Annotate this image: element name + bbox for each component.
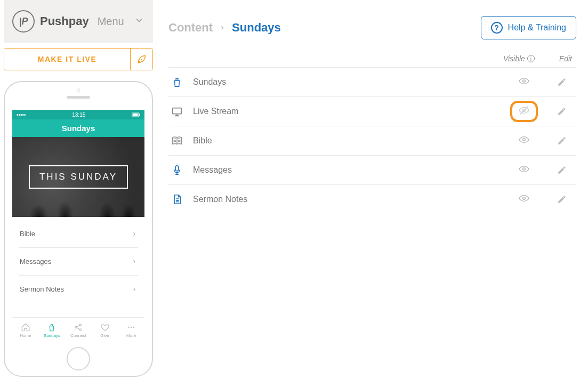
breadcrumb-current: Sundays [232, 21, 281, 35]
row-label: Sermon Notes [193, 195, 498, 204]
phone-tabbar: Home Sundays Connect Give More [12, 317, 144, 343]
dots-icon [126, 322, 136, 332]
brand-name: Pushpay [40, 14, 89, 28]
phone-title: Sundays [12, 119, 144, 137]
tab-label: Sundays [44, 333, 60, 338]
edit-button[interactable] [550, 195, 574, 204]
content-table: Sundays Live Stream Bible [168, 67, 576, 214]
row-label: Messages [193, 165, 498, 175]
brand-bar: |P Pushpay Menu [4, 0, 153, 43]
edit-button[interactable] [550, 136, 574, 146]
status-signal: ••••• [17, 112, 26, 118]
tab-label: Home [20, 333, 31, 338]
phone-list-item[interactable]: Messages [19, 248, 138, 276]
phone-home-button [67, 347, 90, 370]
svg-rect-1 [132, 113, 138, 116]
brand-logo-icon: |P [12, 10, 35, 33]
phone-tab-give[interactable]: Give [92, 318, 118, 343]
eye-icon [518, 163, 530, 177]
visibility-toggle[interactable] [508, 104, 540, 118]
highlight-ring [510, 101, 538, 122]
table-header: Visible i Edit [168, 54, 576, 67]
row-label: Sundays [193, 77, 498, 87]
table-row: Sundays [168, 67, 576, 96]
list-item-label: Sermon Notes [20, 285, 64, 293]
table-row: Sermon Notes [168, 184, 576, 214]
phone-tab-more[interactable]: More [118, 318, 144, 343]
phone-tab-home[interactable]: Home [12, 318, 39, 343]
table-row: Messages [168, 155, 576, 184]
chevron-right-icon [219, 25, 225, 31]
question-icon: ? [491, 22, 503, 34]
help-training-button[interactable]: ? Help & Training [481, 16, 576, 39]
phone-list-item[interactable]: Sermon Notes [19, 276, 138, 303]
podium-icon [171, 76, 183, 88]
info-icon[interactable]: i [527, 55, 535, 62]
edit-button[interactable] [550, 77, 574, 87]
phone-tab-sundays[interactable]: Sundays [39, 318, 66, 343]
status-time: 13:15 [72, 112, 85, 118]
list-item-label: Bible [20, 230, 35, 238]
visibility-toggle[interactable] [508, 192, 540, 206]
column-visible: Visible i [503, 54, 535, 63]
edit-button[interactable] [550, 165, 574, 175]
breadcrumb: Content Sundays [168, 21, 281, 35]
breadcrumb-parent[interactable]: Content [168, 21, 213, 35]
help-label: Help & Training [508, 23, 566, 33]
eye-icon [518, 134, 530, 148]
visibility-toggle[interactable] [508, 134, 540, 148]
chevron-right-icon [132, 259, 137, 264]
share-icon [74, 322, 83, 332]
edit-button[interactable] [550, 107, 574, 116]
phone-camera-icon [77, 88, 80, 92]
document-icon [171, 194, 183, 205]
tab-label: Connect [70, 333, 86, 338]
phone-list: Bible Messages Sermon Notes [12, 217, 144, 317]
menu-label[interactable]: Menu [98, 15, 124, 28]
chevron-down-icon[interactable] [134, 15, 144, 28]
chevron-right-icon [132, 287, 137, 292]
phone-hero: THIS SUNDAY [12, 137, 144, 217]
phone-preview: ••••• 13:15 Sundays THIS SUNDAY Bible Me… [4, 81, 153, 377]
svg-rect-2 [139, 114, 140, 116]
monitor-icon [171, 106, 183, 117]
phone-screen: ••••• 13:15 Sundays THIS SUNDAY Bible Me… [12, 110, 144, 343]
tab-label: Give [100, 333, 109, 338]
rocket-icon[interactable] [130, 49, 152, 70]
column-edit: Edit [559, 54, 572, 63]
heart-icon [100, 322, 110, 332]
home-icon [21, 322, 30, 332]
row-label: Live Stream [193, 107, 498, 116]
main-header: Content Sundays ? Help & Training [168, 0, 576, 54]
visibility-toggle[interactable] [508, 163, 540, 177]
make-it-live-group: MAKE IT LIVE [4, 48, 153, 70]
phone-hero-label: THIS SUNDAY [29, 165, 128, 189]
eye-icon [518, 192, 530, 206]
book-icon [171, 135, 183, 147]
phone-tab-connect[interactable]: Connect [65, 318, 92, 343]
tab-label: More [126, 333, 136, 338]
visibility-toggle[interactable] [508, 75, 540, 89]
phone-statusbar: ••••• 13:15 [12, 110, 144, 119]
status-battery-icon [132, 112, 140, 118]
mic-icon [171, 164, 183, 176]
phone-speaker-icon [67, 96, 90, 99]
podium-icon [47, 322, 57, 332]
eye-icon [518, 75, 530, 89]
phone-list-item[interactable]: Bible [19, 220, 138, 248]
chevron-right-icon [132, 231, 137, 237]
table-row: Live Stream [168, 96, 576, 126]
list-item-label: Messages [20, 257, 51, 265]
row-label: Bible [193, 136, 498, 146]
table-row: Bible [168, 126, 576, 155]
make-it-live-button[interactable]: MAKE IT LIVE [4, 49, 130, 70]
